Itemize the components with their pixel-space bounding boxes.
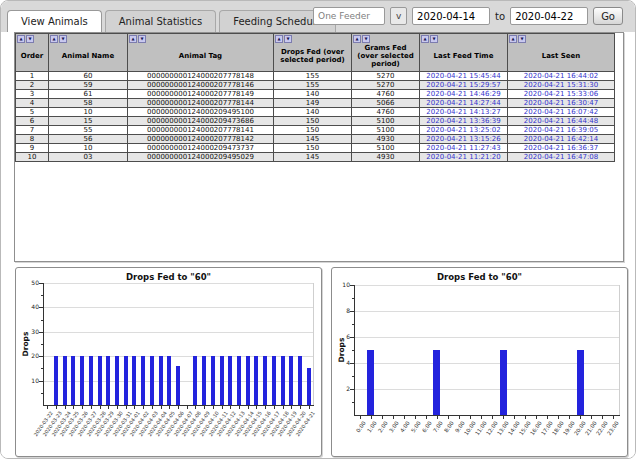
y-tick-label: 2 (330, 385, 350, 393)
sort-descending-icon[interactable]: ▼ (518, 35, 526, 43)
bar (272, 356, 276, 405)
x-tick (569, 416, 570, 419)
x-tick (371, 416, 372, 419)
table-cell: 000000000124000209495029 (128, 153, 274, 162)
table-row: 75500000000012400020777814115051002020-0… (16, 126, 615, 135)
table-row: 16000000000012400020777814815552702020-0… (16, 72, 615, 81)
table-cell: 2020-04-21 11:21:20 (420, 153, 508, 162)
table-cell: 2020-04-21 15:33:06 (508, 90, 615, 99)
feeder-dropdown-button[interactable]: v (390, 7, 407, 25)
y-tick-label: 10 (19, 377, 39, 385)
tab-view-animals[interactable]: View Animals (7, 10, 102, 32)
x-tick (265, 406, 266, 409)
drops-per-day-chart: Drops Fed to "60"Drops10203040502020-03-… (15, 267, 322, 457)
feeder-select[interactable] (313, 7, 385, 25)
bar (281, 356, 285, 405)
bar (98, 356, 102, 405)
table-cell: 2020-04-21 16:36:37 (508, 144, 615, 153)
table-cell: 03 (49, 153, 128, 162)
sort-descending-icon[interactable]: ▼ (26, 35, 34, 43)
table-cell: 5100 (352, 144, 420, 153)
sort-controls: ▲▼ (50, 35, 67, 43)
x-tick (393, 416, 394, 419)
x-tick (503, 416, 504, 419)
sort-descending-icon[interactable]: ▼ (59, 35, 67, 43)
x-tick (536, 416, 537, 419)
x-tick (360, 416, 361, 419)
x-tick (82, 406, 83, 409)
x-tick (291, 406, 292, 409)
gridline (44, 332, 313, 333)
sort-ascending-icon[interactable]: ▲ (129, 35, 137, 43)
sort-ascending-icon[interactable]: ▲ (509, 35, 517, 43)
sort-descending-icon[interactable]: ▼ (362, 35, 370, 43)
sort-ascending-icon[interactable]: ▲ (275, 35, 283, 43)
bar (246, 356, 250, 405)
table-cell: 155 (274, 72, 352, 81)
x-tick (256, 406, 257, 409)
table-cell: 2020-04-21 15:29:57 (420, 81, 508, 90)
table-row: 85600000000012400020777814214549302020-0… (16, 135, 615, 144)
sort-controls: ▲▼ (129, 35, 146, 43)
date-to-input[interactable] (510, 7, 588, 25)
x-tick-label: 0:00 (354, 420, 366, 434)
bar (150, 356, 154, 405)
x-tick (426, 416, 427, 419)
table-cell: 2020-04-21 13:15:26 (420, 135, 508, 144)
x-tick (47, 406, 48, 409)
table-cell: 4760 (352, 90, 420, 99)
y-tick-label: 30 (19, 328, 39, 336)
y-tick-label: 4 (330, 359, 350, 367)
sort-ascending-icon[interactable]: ▲ (17, 35, 25, 43)
sort-ascending-icon[interactable]: ▲ (353, 35, 361, 43)
bar (202, 356, 206, 405)
table-cell: 56 (49, 135, 128, 144)
x-tick (580, 416, 581, 419)
sort-descending-icon[interactable]: ▼ (138, 35, 146, 43)
date-from-input[interactable] (412, 7, 490, 25)
sort-descending-icon[interactable]: ▼ (430, 35, 438, 43)
table-cell: 000000000124000209495100 (128, 108, 274, 117)
table-row: 51000000000012400020949510014047602020-0… (16, 108, 615, 117)
table-cell: 000000000124000209473737 (128, 144, 274, 153)
table-row: 25900000000012400020777814615552702020-0… (16, 81, 615, 90)
tab-animal-statistics[interactable]: Animal Statistics (105, 10, 217, 32)
table-cell: 5 (16, 108, 49, 117)
sort-ascending-icon[interactable]: ▲ (50, 35, 58, 43)
y-axis (43, 283, 44, 406)
table-cell: 5270 (352, 72, 420, 81)
x-tick (525, 416, 526, 419)
bar (63, 356, 67, 405)
x-tick (309, 406, 310, 409)
sort-descending-icon[interactable]: ▼ (284, 35, 292, 43)
sort-ascending-icon[interactable]: ▲ (421, 35, 429, 43)
x-tick (448, 416, 449, 419)
bar (71, 356, 75, 405)
table-cell: 150 (274, 126, 352, 135)
x-tick (459, 416, 460, 419)
bar (367, 350, 374, 415)
table-cell: 7 (16, 126, 49, 135)
go-button[interactable]: Go (593, 7, 623, 25)
column-label: Order (21, 52, 44, 60)
column-label: Last Seen (542, 52, 581, 60)
x-tick (602, 416, 603, 419)
table-cell: 000000000124000209473686 (128, 117, 274, 126)
drops-per-hour-chart: Drops Fed to "60"Drops2468100:001:002:00… (331, 267, 628, 457)
table-cell: 55 (49, 126, 128, 135)
table-cell: 2020-04-21 11:27:43 (420, 144, 508, 153)
table-cell: 2 (16, 81, 49, 90)
x-tick (437, 416, 438, 419)
bar (263, 356, 267, 405)
bar (176, 366, 180, 405)
table-cell: 2020-04-21 16:47:08 (508, 153, 615, 162)
table-cell: 2020-04-21 14:46:29 (420, 90, 508, 99)
gridline (44, 283, 313, 284)
tab-content: ▲▼Order▲▼Animal Name▲▼Animal Tag▲▼Drops … (1, 32, 635, 459)
x-tick-label: 3:00 (388, 420, 400, 434)
bar (500, 350, 507, 415)
table-cell: 155 (274, 81, 352, 90)
bar (115, 356, 119, 405)
bar (211, 356, 215, 405)
table-cell: 4760 (352, 108, 420, 117)
